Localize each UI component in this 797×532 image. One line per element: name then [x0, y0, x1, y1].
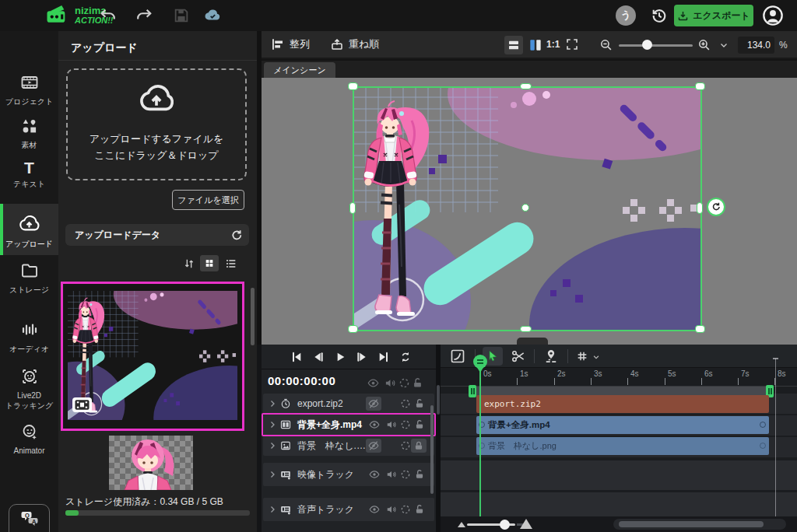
select-file-button[interactable]: ファイルを選択 — [172, 190, 244, 210]
solo-icon[interactable] — [400, 419, 411, 430]
selection-handle-top-left[interactable] — [348, 82, 358, 90]
visibility-icon[interactable] — [369, 419, 380, 430]
selection-handle-bottom[interactable] — [520, 326, 532, 332]
solo-icon[interactable] — [400, 469, 411, 480]
toggle-all-lock-icon[interactable] — [412, 377, 423, 389]
lock-open-icon[interactable] — [414, 504, 425, 515]
audio-icon[interactable] — [386, 469, 397, 480]
upload-thumbnail-png[interactable] — [109, 436, 193, 490]
upload-thumbnail-selected[interactable] — [61, 282, 244, 431]
layout-columns-button[interactable] — [528, 37, 543, 53]
skip-to-start-button[interactable] — [288, 348, 305, 366]
snap-grid-button[interactable] — [576, 350, 588, 362]
visibility-icon[interactable] — [369, 469, 380, 480]
selection-handle-left[interactable] — [349, 202, 356, 214]
visibility-off-icon[interactable] — [366, 439, 381, 453]
work-area-start-handle[interactable] — [469, 385, 476, 397]
step-back-button[interactable] — [310, 348, 327, 366]
playhead-handle[interactable] — [473, 355, 487, 369]
layout-rows-button[interactable] — [504, 36, 523, 54]
zoom-preset-dropdown[interactable] — [719, 40, 729, 50]
canvas-resize-grip[interactable] — [517, 338, 548, 345]
keyframe-circle[interactable] — [760, 422, 766, 428]
splitter-handle[interactable] — [437, 385, 440, 415]
cloud-sync-button[interactable] — [204, 7, 221, 24]
account-avatar-button[interactable] — [762, 5, 784, 26]
file-dropzone[interactable]: アップロードするファイルを ここにドラッグ＆ドロップ — [66, 68, 247, 180]
undo-button[interactable] — [100, 7, 117, 24]
track-row-export-zip2[interactable]: export.zip2 — [263, 394, 434, 414]
lock-open-icon[interactable] — [414, 419, 425, 430]
selection-center-anchor[interactable] — [521, 204, 529, 212]
grid-view-button[interactable] — [200, 255, 219, 271]
audio-icon[interactable] — [386, 504, 397, 515]
chevron-right-icon[interactable] — [268, 470, 277, 479]
selection-handle-top-right[interactable] — [695, 82, 705, 90]
track-list-scrollbar[interactable] — [430, 405, 434, 494]
layer-order-button[interactable]: 重ね順 — [330, 31, 379, 58]
chevron-right-icon[interactable] — [268, 441, 277, 450]
zoom-slider[interactable] — [619, 44, 693, 47]
fit-screen-button[interactable] — [565, 37, 579, 51]
redo-button[interactable] — [135, 7, 153, 24]
zoom-in-button[interactable] — [697, 38, 711, 51]
upload-list-scrollbar[interactable] — [251, 288, 255, 345]
time-ruler[interactable]: 0s 1s 2s 3s 4s 5s 6s 7s 8s — [441, 368, 797, 387]
clip-bg-noframe-png[interactable]: 背景 枠なし.png — [476, 437, 769, 455]
step-forward-button[interactable] — [353, 348, 370, 366]
track-row-audio-track[interactable]: 音声トラック — [263, 498, 434, 521]
lock-closed-icon[interactable] — [411, 439, 427, 453]
loop-button[interactable] — [397, 348, 414, 366]
clip-export-zip2[interactable]: export.zip2 — [476, 395, 769, 413]
selection-handle-bottom-right[interactable] — [695, 325, 705, 333]
toggle-all-solo-icon[interactable] — [398, 377, 410, 389]
zoom-out-button[interactable] — [599, 38, 613, 51]
audio-icon[interactable] — [386, 419, 397, 430]
main-canvas[interactable] — [262, 78, 797, 345]
history-button[interactable] — [651, 7, 668, 24]
zoom-value-field[interactable]: 134.0 — [738, 37, 774, 54]
chevron-right-icon[interactable] — [268, 420, 277, 429]
rotate-handle[interactable] — [707, 198, 725, 216]
zoom-slider-knob[interactable] — [642, 40, 652, 50]
help-button[interactable]: ヘルプ — [9, 504, 50, 532]
cut-tool-button[interactable] — [511, 348, 526, 364]
scrollbar-thumb[interactable] — [619, 521, 764, 527]
graph-editor-button[interactable] — [450, 348, 465, 364]
solo-icon[interactable] — [400, 440, 411, 451]
solo-icon[interactable] — [400, 398, 411, 409]
align-button[interactable]: 整列 — [271, 31, 310, 58]
skip-to-end-button[interactable] — [375, 348, 392, 366]
timeline-horizontal-scrollbar[interactable] — [613, 519, 786, 530]
sidebar-item-audio[interactable]: オーディオ — [0, 320, 58, 355]
save-button[interactable] — [173, 7, 190, 24]
sidebar-item-live2d-tracking[interactable]: Live2D トラッキング — [0, 367, 58, 411]
sidebar-item-upload[interactable]: アップロード — [0, 204, 58, 255]
snap-grid-dropdown[interactable] — [592, 353, 600, 361]
keyframe-marker-button[interactable] — [543, 348, 559, 364]
track-row-bg-fullbody-mp4[interactable]: 背景+全身.mp4 — [263, 415, 434, 435]
toggle-all-audio-icon[interactable] — [384, 377, 396, 389]
timeline-zoom-in-icon[interactable] — [520, 519, 532, 529]
list-view-button[interactable] — [223, 256, 239, 271]
tab-main-scene[interactable]: メインシーン — [264, 62, 335, 78]
timeline-zoom-knob[interactable] — [500, 520, 510, 530]
track-row-bg-noframe-png[interactable]: 背景 枠なし.… — [263, 436, 434, 456]
refresh-button[interactable] — [230, 229, 243, 241]
chevron-right-icon[interactable] — [268, 505, 277, 514]
track-row-video-track[interactable]: 映像トラック — [263, 463, 434, 486]
visibility-off-icon[interactable] — [366, 397, 381, 411]
sidebar-item-materials[interactable]: 素材 — [0, 117, 58, 151]
sidebar-item-text[interactable]: T テキスト — [0, 159, 58, 190]
play-button[interactable] — [332, 348, 349, 366]
selection-handle-bottom-left[interactable] — [348, 325, 358, 333]
selection-handle-right[interactable] — [697, 202, 703, 214]
sidebar-item-storage[interactable]: ストレージ — [0, 261, 58, 296]
user-plan-badge[interactable]: う — [616, 5, 636, 26]
visibility-icon[interactable] — [369, 504, 380, 515]
toggle-all-visibility-icon[interactable] — [367, 377, 379, 389]
sort-button[interactable] — [183, 257, 195, 270]
export-button[interactable]: エクスポート — [674, 5, 753, 26]
ratio-1to1-button[interactable]: 1:1 — [546, 39, 560, 50]
clip-bg-fullbody-mp4[interactable]: 背景+全身.mp4 — [476, 416, 769, 434]
